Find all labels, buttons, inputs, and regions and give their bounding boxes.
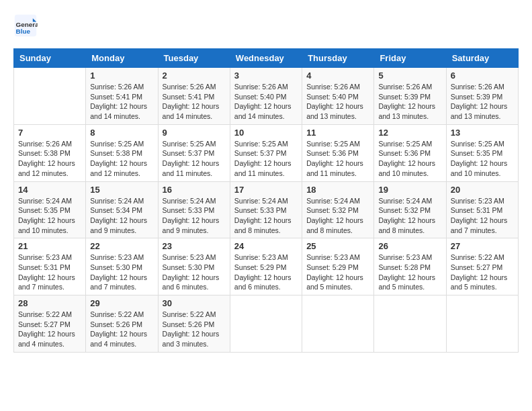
day-number: 15 (90, 185, 153, 195)
day-cell: 21Sunrise: 5:23 AM Sunset: 5:31 PM Dayli… (14, 238, 86, 295)
column-header-thursday: Thursday (302, 49, 374, 68)
day-number: 18 (306, 185, 369, 195)
day-info: Sunrise: 5:26 AM Sunset: 5:40 PM Dayligh… (234, 82, 298, 122)
column-header-monday: Monday (86, 49, 158, 68)
day-info: Sunrise: 5:23 AM Sunset: 5:31 PM Dayligh… (18, 253, 81, 292)
day-cell (14, 68, 86, 125)
day-cell: 9Sunrise: 5:25 AM Sunset: 5:37 PM Daylig… (158, 124, 230, 181)
day-number: 20 (451, 185, 514, 195)
day-cell: 26Sunrise: 5:23 AM Sunset: 5:28 PM Dayli… (374, 238, 446, 295)
day-cell: 25Sunrise: 5:23 AM Sunset: 5:29 PM Dayli… (302, 238, 374, 295)
day-cell: 23Sunrise: 5:23 AM Sunset: 5:30 PM Dayli… (158, 238, 230, 295)
day-info: Sunrise: 5:24 AM Sunset: 5:34 PM Dayligh… (90, 196, 153, 236)
day-cell: 29Sunrise: 5:22 AM Sunset: 5:26 PM Dayli… (86, 295, 158, 353)
day-info: Sunrise: 5:26 AM Sunset: 5:39 PM Dayligh… (378, 82, 441, 122)
day-info: Sunrise: 5:26 AM Sunset: 5:41 PM Dayligh… (163, 82, 226, 122)
day-cell: 18Sunrise: 5:24 AM Sunset: 5:32 PM Dayli… (302, 181, 374, 238)
day-cell: 22Sunrise: 5:23 AM Sunset: 5:30 PM Dayli… (86, 238, 158, 295)
day-number: 8 (90, 128, 153, 138)
day-number: 11 (306, 128, 369, 138)
day-cell (374, 295, 446, 353)
day-cell: 11Sunrise: 5:25 AM Sunset: 5:36 PM Dayli… (302, 124, 374, 181)
week-row-4: 21Sunrise: 5:23 AM Sunset: 5:31 PM Dayli… (14, 238, 519, 295)
day-info: Sunrise: 5:26 AM Sunset: 5:39 PM Dayligh… (451, 82, 514, 122)
day-number: 16 (163, 185, 226, 195)
day-info: Sunrise: 5:22 AM Sunset: 5:26 PM Dayligh… (90, 310, 153, 349)
column-header-sunday: Sunday (14, 49, 86, 68)
column-header-tuesday: Tuesday (158, 49, 230, 68)
day-number: 21 (18, 241, 81, 251)
day-number: 24 (234, 241, 298, 251)
day-cell: 16Sunrise: 5:24 AM Sunset: 5:33 PM Dayli… (158, 181, 230, 238)
day-number: 22 (90, 241, 153, 251)
day-info: Sunrise: 5:23 AM Sunset: 5:31 PM Dayligh… (451, 196, 514, 236)
day-info: Sunrise: 5:24 AM Sunset: 5:33 PM Dayligh… (234, 196, 298, 236)
day-number: 27 (451, 241, 514, 251)
day-number: 2 (163, 71, 226, 81)
day-info: Sunrise: 5:23 AM Sunset: 5:30 PM Dayligh… (163, 253, 226, 292)
day-number: 19 (378, 185, 441, 195)
day-cell: 17Sunrise: 5:24 AM Sunset: 5:33 PM Dayli… (230, 181, 302, 238)
day-cell: 28Sunrise: 5:22 AM Sunset: 5:27 PM Dayli… (14, 295, 86, 353)
day-cell: 19Sunrise: 5:24 AM Sunset: 5:32 PM Dayli… (374, 181, 446, 238)
day-cell: 12Sunrise: 5:25 AM Sunset: 5:36 PM Dayli… (374, 124, 446, 181)
day-number: 4 (306, 71, 369, 81)
day-number: 1 (90, 71, 153, 81)
day-cell: 10Sunrise: 5:25 AM Sunset: 5:37 PM Dayli… (230, 124, 302, 181)
day-cell: 8Sunrise: 5:25 AM Sunset: 5:38 PM Daylig… (86, 124, 158, 181)
day-number: 30 (163, 298, 226, 308)
day-info: Sunrise: 5:22 AM Sunset: 5:27 PM Dayligh… (451, 253, 514, 292)
day-info: Sunrise: 5:23 AM Sunset: 5:29 PM Dayligh… (234, 253, 298, 292)
day-info: Sunrise: 5:26 AM Sunset: 5:40 PM Dayligh… (306, 82, 369, 122)
day-number: 14 (18, 185, 81, 195)
logo-icon: General Blue (13, 13, 38, 38)
day-info: Sunrise: 5:25 AM Sunset: 5:36 PM Dayligh… (378, 139, 441, 179)
day-number: 10 (234, 128, 298, 138)
calendar-table: SundayMondayTuesdayWednesdayThursdayFrid… (13, 48, 519, 353)
day-info: Sunrise: 5:25 AM Sunset: 5:38 PM Dayligh… (90, 139, 153, 179)
day-cell: 1Sunrise: 5:26 AM Sunset: 5:41 PM Daylig… (86, 68, 158, 125)
day-info: Sunrise: 5:24 AM Sunset: 5:32 PM Dayligh… (306, 196, 369, 236)
day-cell: 4Sunrise: 5:26 AM Sunset: 5:40 PM Daylig… (302, 68, 374, 125)
day-info: Sunrise: 5:26 AM Sunset: 5:41 PM Dayligh… (90, 82, 153, 122)
day-number: 29 (90, 298, 153, 308)
day-cell: 13Sunrise: 5:25 AM Sunset: 5:35 PM Dayli… (446, 124, 518, 181)
calendar-header-row: SundayMondayTuesdayWednesdayThursdayFrid… (14, 49, 519, 68)
day-info: Sunrise: 5:22 AM Sunset: 5:27 PM Dayligh… (18, 310, 81, 349)
day-info: Sunrise: 5:25 AM Sunset: 5:37 PM Dayligh… (234, 139, 298, 179)
day-info: Sunrise: 5:24 AM Sunset: 5:35 PM Dayligh… (18, 196, 81, 236)
day-info: Sunrise: 5:23 AM Sunset: 5:30 PM Dayligh… (90, 253, 153, 292)
column-header-wednesday: Wednesday (230, 49, 302, 68)
day-number: 5 (378, 71, 441, 81)
day-cell: 30Sunrise: 5:22 AM Sunset: 5:26 PM Dayli… (158, 295, 230, 353)
day-cell (302, 295, 374, 353)
page-header: General Blue (13, 13, 519, 38)
column-header-saturday: Saturday (446, 49, 518, 68)
day-number: 25 (306, 241, 369, 251)
week-row-5: 28Sunrise: 5:22 AM Sunset: 5:27 PM Dayli… (14, 295, 519, 353)
day-cell: 6Sunrise: 5:26 AM Sunset: 5:39 PM Daylig… (446, 68, 518, 125)
day-info: Sunrise: 5:23 AM Sunset: 5:29 PM Dayligh… (306, 253, 369, 292)
day-number: 17 (234, 185, 298, 195)
week-row-3: 14Sunrise: 5:24 AM Sunset: 5:35 PM Dayli… (14, 181, 519, 238)
day-cell (230, 295, 302, 353)
day-info: Sunrise: 5:24 AM Sunset: 5:32 PM Dayligh… (378, 196, 441, 236)
day-number: 7 (18, 128, 81, 138)
day-number: 6 (451, 71, 514, 81)
day-cell: 2Sunrise: 5:26 AM Sunset: 5:41 PM Daylig… (158, 68, 230, 125)
day-number: 26 (378, 241, 441, 251)
day-number: 3 (234, 71, 298, 81)
day-info: Sunrise: 5:25 AM Sunset: 5:36 PM Dayligh… (306, 139, 369, 179)
day-info: Sunrise: 5:25 AM Sunset: 5:35 PM Dayligh… (451, 139, 514, 179)
day-number: 9 (163, 128, 226, 138)
day-info: Sunrise: 5:24 AM Sunset: 5:33 PM Dayligh… (163, 196, 226, 236)
day-info: Sunrise: 5:26 AM Sunset: 5:38 PM Dayligh… (18, 139, 81, 179)
day-number: 12 (378, 128, 441, 138)
day-cell: 5Sunrise: 5:26 AM Sunset: 5:39 PM Daylig… (374, 68, 446, 125)
day-cell: 20Sunrise: 5:23 AM Sunset: 5:31 PM Dayli… (446, 181, 518, 238)
day-info: Sunrise: 5:22 AM Sunset: 5:26 PM Dayligh… (163, 310, 226, 349)
svg-text:Blue: Blue (16, 28, 31, 35)
day-cell (446, 295, 518, 353)
day-cell: 3Sunrise: 5:26 AM Sunset: 5:40 PM Daylig… (230, 68, 302, 125)
column-header-friday: Friday (374, 49, 446, 68)
